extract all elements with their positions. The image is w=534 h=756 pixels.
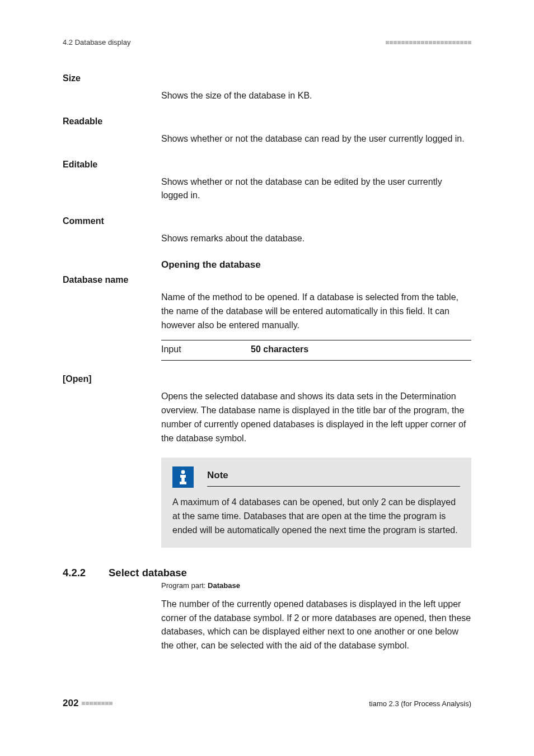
note-header: Note: [172, 466, 460, 488]
open-description: Opens the selected database and shows it…: [161, 391, 466, 442]
field-open: [Open] Opens the selected database and s…: [63, 374, 471, 548]
field-label-readable: Readable: [63, 116, 161, 146]
input-spec-label: Input: [161, 343, 251, 357]
field-body-readable: Shows whether or not the database can re…: [161, 116, 471, 146]
note-body: A maximum of 4 databases can be opened, …: [172, 496, 460, 537]
field-label-editable: Editable: [63, 160, 161, 203]
info-icon: [172, 466, 194, 488]
section-4-2-2-body-wrap: Program part: Database The number of the…: [161, 581, 471, 653]
svg-point-0: [181, 470, 185, 474]
input-spec-value: 50 characters: [251, 343, 471, 357]
section-title: Select database: [109, 567, 471, 579]
field-comment: Comment Shows remarks about the database…: [63, 216, 471, 246]
field-body-size: Shows the size of the database in KB.: [161, 73, 471, 103]
page: 4.2 Database display Size Shows the size…: [0, 0, 534, 756]
program-part-value: Database: [208, 581, 240, 590]
field-label-size: Size: [63, 73, 161, 103]
field-body-comment: Shows remarks about the database.: [161, 216, 471, 246]
footer-page-number: 202: [63, 698, 78, 709]
section-4-2-2-body: The number of the currently opened datab…: [161, 598, 471, 653]
program-part-line: Program part: Database: [161, 581, 471, 590]
running-header: 4.2 Database display: [63, 38, 471, 46]
field-database-name: Database name Name of the method to be o…: [63, 275, 471, 361]
opening-database-heading-wrap: Opening the database: [161, 259, 471, 270]
field-editable: Editable Shows whether or not the databa…: [63, 160, 471, 203]
note-box: Note A maximum of 4 databases can be ope…: [161, 458, 471, 547]
section-number: 4.2.2: [63, 567, 109, 579]
field-size: Size Shows the size of the database in K…: [63, 73, 471, 103]
svg-rect-2: [181, 475, 185, 482]
footer-page-number-wrap: 202: [63, 698, 113, 709]
field-body-editable: Shows whether or not the database can be…: [161, 160, 471, 203]
database-name-description: Name of the method to be opened. If a da…: [161, 292, 458, 330]
note-title: Note: [207, 468, 460, 487]
program-part-label: Program part:: [161, 581, 208, 590]
field-readable: Readable Shows whether or not the databa…: [63, 116, 471, 146]
content-area: Size Shows the size of the database in K…: [63, 73, 471, 653]
field-body-database-name: Name of the method to be opened. If a da…: [161, 275, 471, 361]
section-4-2-2-header: 4.2.2 Select database: [63, 567, 471, 579]
field-label-database-name: Database name: [63, 275, 161, 361]
svg-rect-3: [180, 482, 186, 484]
header-section-label: 4.2 Database display: [63, 38, 130, 46]
field-label-open: [Open]: [63, 374, 161, 548]
page-footer: 202 tiamo 2.3 (for Process Analysis): [63, 698, 471, 709]
header-decoration: [386, 41, 471, 44]
input-spec-row: Input 50 characters: [161, 340, 471, 361]
footer-decoration: [82, 702, 113, 705]
opening-database-heading: Opening the database: [161, 259, 471, 270]
field-label-comment: Comment: [63, 216, 161, 246]
field-body-open: Opens the selected database and shows it…: [161, 374, 471, 548]
footer-product-label: tiamo 2.3 (for Process Analysis): [369, 699, 471, 708]
